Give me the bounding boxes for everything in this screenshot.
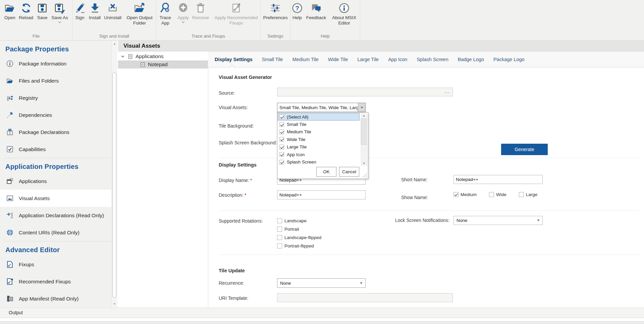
dropdown-item[interactable]: App Icon	[278, 151, 360, 158]
tab[interactable]: Large Tile	[357, 57, 379, 62]
open-output-folder-icon	[134, 2, 145, 14]
ribbon-button[interactable]: Save	[35, 0, 50, 20]
combobox-dropdown-button[interactable]	[358, 103, 365, 112]
ribbon-group: Open Reload Save Save As	[0, 0, 72, 40]
sidebar-item[interactable]: Files and Folders	[0, 72, 111, 89]
ribbon-button[interactable]: Save As	[50, 0, 70, 23]
rotation-checkbox[interactable]: Landscape	[277, 217, 321, 225]
dropdown-item[interactable]: Large Tile	[278, 143, 360, 151]
show-name-checkbox[interactable]: Wide	[489, 192, 506, 197]
dropdown-item[interactable]: Medium Tile	[278, 128, 360, 136]
ribbon-button[interactable]: Open Output Folder	[123, 0, 156, 26]
rotation-checkbox[interactable]: Portrait	[277, 225, 321, 233]
sidebar-item[interactable]: Fixups	[0, 256, 111, 273]
browse-button[interactable]: ...	[443, 88, 451, 96]
ribbon-button[interactable]: About MSIX Editor	[328, 0, 361, 26]
sidebar-item[interactable]: Content URIs (Read Only)	[0, 224, 111, 241]
supported-rotations-options: Landscape Portrait Landscape-flipped Por…	[277, 217, 321, 250]
ribbon-button[interactable]: Apply	[176, 0, 191, 23]
checkbox-icon	[279, 152, 284, 157]
tab[interactable]: Small Tile	[262, 57, 283, 62]
dropdown-item[interactable]: Splash Screen	[278, 158, 360, 166]
sidebar-item[interactable]: Dependencies	[0, 106, 111, 124]
scroll-down-icon[interactable]: ▼	[112, 301, 117, 307]
sidebar-item[interactable]: App Manifest (Read Only)	[0, 290, 111, 307]
ribbon-button[interactable]: Preferences	[262, 0, 289, 20]
save-icon	[37, 2, 48, 14]
sidebar-item[interactable]: Registry	[0, 89, 111, 106]
content-uris-icon	[6, 229, 14, 236]
resize-grip-icon[interactable]	[362, 173, 367, 178]
ribbon-button[interactable]: ? Help	[290, 0, 305, 20]
ribbon-button[interactable]: Apply Recommended Fixups	[211, 0, 262, 26]
ribbon-button[interactable]: Reload	[17, 0, 35, 20]
ribbon-group: ? Help Feedback About MSIX Editor Help	[290, 0, 360, 40]
tab[interactable]: App Icon	[388, 57, 407, 62]
package-information-icon	[6, 60, 14, 67]
rotation-checkbox[interactable]: Landscape-flipped	[277, 233, 321, 242]
splash-background-label: Splash Screen Background:	[219, 140, 277, 145]
tab[interactable]: Wide Tile	[328, 57, 348, 62]
ribbon-button[interactable]: Open	[2, 0, 17, 20]
fixups-icon	[6, 261, 14, 268]
visual-assets-combobox[interactable]: Small Tile, Medium Tile, Wide Tile, Larg…	[277, 103, 366, 112]
open-icon	[4, 2, 15, 14]
ribbon-button[interactable]: Install	[87, 0, 102, 20]
dropdown-scrollbar[interactable]: ▲ ▼	[361, 113, 367, 166]
ribbon-group-label: Settings	[261, 33, 290, 40]
ribbon-button[interactable]: Sign	[72, 0, 87, 20]
scroll-down-icon[interactable]: ▼	[361, 161, 367, 166]
sidebar-item[interactable]: Applications	[0, 173, 111, 190]
generate-button[interactable]: Generate	[501, 144, 548, 155]
dropdown-item[interactable]: Wide Tile	[278, 136, 360, 143]
visual-assets-label: Visual Assets:	[219, 105, 248, 110]
scroll-up-icon[interactable]: ▲	[361, 113, 367, 118]
sidebar-item[interactable]: Application Declarations (Read Only)	[0, 207, 111, 224]
ok-button[interactable]: OK	[316, 167, 336, 177]
ribbon-button[interactable]: Remove	[191, 0, 211, 20]
files-and-folders-icon	[6, 77, 14, 85]
package-declarations-icon	[6, 128, 14, 136]
source-field[interactable]	[277, 88, 453, 96]
dropdown-item[interactable]: (Select All)	[278, 113, 360, 121]
ribbon-group-label: Trace and Fixups	[156, 33, 260, 40]
lock-screen-select[interactable]: None	[453, 216, 543, 225]
tree-node-notepad[interactable]: Notepad	[118, 60, 208, 68]
sidebar-item[interactable]: Capabilities	[0, 141, 111, 158]
short-name-input[interactable]	[453, 175, 543, 184]
sidebar-scrollbar[interactable]: ▲ ▼	[111, 41, 117, 307]
scrollbar-thumb[interactable]	[112, 72, 116, 298]
sidebar-item[interactable]: Visual Assets	[0, 190, 111, 207]
cancel-button[interactable]: Cancel	[339, 167, 359, 177]
sidebar-item[interactable]: Recommended Fixups	[0, 273, 111, 290]
show-name-checkbox[interactable]: Medium	[453, 192, 477, 197]
uri-template-field[interactable]	[277, 293, 453, 302]
ribbon-button[interactable]: Feedback	[305, 0, 328, 20]
description-input[interactable]	[277, 190, 366, 199]
visual-assets-icon	[6, 194, 14, 202]
output-pane-header[interactable]: Output	[0, 308, 644, 318]
tab[interactable]: Badge Logo	[458, 57, 484, 62]
recommended-fixups-icon	[6, 278, 14, 285]
sidebar-item[interactable]: Package Information	[0, 55, 111, 72]
scrollbar-thumb[interactable]	[361, 119, 367, 145]
tab[interactable]: Package Logo	[493, 57, 525, 62]
ribbon-button[interactable]: Uninstall	[102, 0, 123, 20]
lock-screen-label: Lock Screen Notifications:	[395, 218, 449, 223]
uninstall-icon	[107, 2, 118, 14]
rotation-checkbox[interactable]: Portrait-flipped	[277, 242, 321, 250]
dropdown-item[interactable]: Small Tile	[278, 121, 360, 128]
tab[interactable]: Display Settings	[215, 57, 253, 62]
recurrence-select[interactable]: None	[277, 278, 366, 288]
ribbon-group-label: Help	[290, 33, 360, 40]
tab[interactable]: Medium Tile	[292, 57, 319, 62]
show-name-checkbox[interactable]: Large	[519, 192, 538, 197]
tree-node-applications[interactable]: Applications	[118, 52, 208, 60]
scroll-up-icon[interactable]: ▲	[112, 41, 117, 47]
ribbon-group-label: Sign and Install	[72, 33, 156, 40]
document-icon	[128, 54, 133, 59]
tab[interactable]: Splash Screen	[417, 57, 448, 62]
chevron-down-icon[interactable]	[121, 54, 125, 58]
ribbon-button[interactable]: Trace App	[155, 0, 176, 26]
sidebar-item[interactable]: Package Declarations	[0, 124, 111, 141]
